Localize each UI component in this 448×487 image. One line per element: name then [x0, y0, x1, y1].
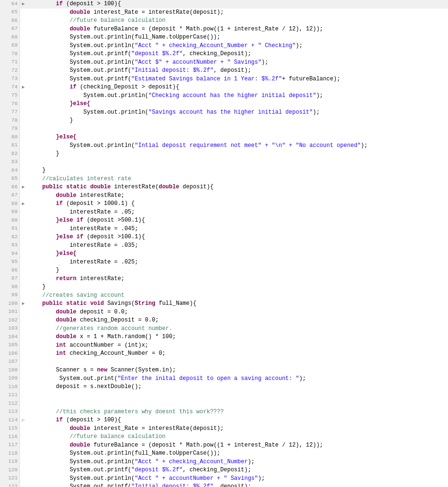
line-number: 86: [11, 184, 18, 191]
code-line: 83: [0, 158, 448, 167]
line-gutter: 86: [0, 183, 20, 192]
code-line: 65 double interest_Rate = interestRate(d…: [0, 9, 448, 17]
token-plain: checking_Account_Number = 0;: [66, 350, 166, 357]
token-plain: Scanner(System.in);: [107, 367, 176, 373]
line-number: 75: [11, 92, 18, 99]
line-gutter: 70: [0, 50, 20, 58]
code-line: 101 double deposit = 0.0;: [0, 308, 448, 317]
token-plain: (deposit > 1000.1) {: [63, 200, 135, 207]
line-gutter: 115: [0, 425, 20, 433]
line-gutter: 96: [0, 266, 20, 275]
fold-icon[interactable]: ▶: [20, 83, 27, 92]
line-content: System.out.println("Acct " + checking_Ac…: [27, 458, 448, 467]
token-plain: System.out.println(: [83, 92, 148, 99]
line-content: double interest_Rate = interestRate(depo…: [27, 9, 448, 17]
token-plain: accountNumber = (int)x;: [66, 342, 148, 349]
token-plain: System.out.println(: [69, 475, 135, 482]
fold-icon: [20, 325, 27, 333]
code-line: 118 System.out.println(full_Name.toUpper…: [0, 449, 448, 458]
line-gutter: 83: [0, 158, 20, 167]
fold-icon[interactable]: ▶: [20, 200, 27, 208]
fold-icon: [20, 433, 27, 441]
line-gutter: 122: [0, 483, 20, 487]
line-gutter: 107: [0, 358, 20, 367]
line-number: 74: [11, 84, 18, 91]
line-gutter: 67: [0, 25, 20, 34]
token-plain: }: [42, 167, 46, 174]
code-line: 82 }: [0, 150, 448, 158]
token-type: double: [56, 317, 77, 323]
token-kw: }else{: [69, 100, 90, 107]
line-number: 81: [11, 142, 18, 149]
token-kw: new: [97, 367, 107, 373]
line-gutter: 95: [0, 258, 20, 267]
token-comment: //creates saving account: [42, 292, 125, 299]
token-string: "Checking account has the higher initial…: [148, 92, 316, 99]
code-line: 64▶ if (deposit > 100){: [0, 0, 448, 9]
token-kw: }else if: [56, 217, 84, 224]
token-plain: System.out.println(: [69, 458, 135, 465]
line-number: 101: [8, 308, 18, 316]
line-gutter: 111: [0, 391, 20, 400]
token-plain: futureBalance = (deposit * Math.pow((1 +…: [90, 442, 323, 448]
line-number: 102: [8, 317, 18, 324]
line-content: //future balance calculation: [27, 17, 448, 25]
token-string: "Estimated Savings balance in 1 Year: $%…: [131, 76, 282, 82]
token-type: double: [56, 333, 77, 340]
token-plain: );: [361, 142, 368, 149]
line-gutter: 120: [0, 466, 20, 475]
fold-icon: [20, 58, 27, 67]
token-plain: interestRate = .025;: [69, 259, 138, 265]
token-type: void: [90, 300, 104, 307]
token-kw: static: [66, 184, 87, 190]
fold-icon: [20, 441, 27, 450]
line-number: 88: [11, 200, 18, 208]
token-plain: interestRate = .05;: [69, 209, 135, 215]
token-kw: }else{: [56, 250, 77, 257]
line-content: System.out.printf("Initial deposit: $%.2…: [27, 67, 448, 75]
token-kw: public: [42, 184, 63, 190]
fold-icon[interactable]: ▶: [20, 0, 27, 9]
line-number: 83: [11, 158, 18, 166]
token-type: double: [159, 184, 179, 190]
code-line: 117 double futureBalance = (deposit * Ma…: [0, 441, 448, 450]
code-line: 104 double x = 1 + Math.random() * 100;: [0, 333, 448, 341]
code-line: 109 System.out.print("Enter the inital d…: [0, 375, 448, 383]
line-content: System.out.println("Savings account has …: [27, 108, 448, 117]
code-line: 103 //generates random account number.: [0, 325, 448, 333]
code-line: 67 double futureBalance = (deposit * Mat…: [0, 25, 448, 34]
line-content: interestRate = .05;: [27, 208, 448, 217]
fold-icon: [20, 117, 27, 125]
line-number: 79: [11, 125, 18, 133]
token-type: int: [56, 350, 67, 357]
line-content: double futureBalance = (deposit * Math.p…: [27, 25, 448, 34]
token-comment: //this checks parameters why doesnt this…: [56, 409, 224, 415]
token-plain: (deposit > 100){: [63, 0, 121, 7]
line-content: //generates random account number.: [27, 325, 448, 333]
line-number: 71: [11, 58, 18, 66]
token-plain: futureBalance = (deposit * Math.pow((1 +…: [90, 26, 323, 32]
line-number: 82: [11, 150, 18, 158]
fold-icon: [20, 192, 27, 200]
line-number: 112: [8, 400, 18, 408]
line-content: System.out.println("Checking account has…: [27, 92, 448, 100]
token-plain: );: [299, 375, 306, 382]
code-line: 92 }else if (deposit >100.1){: [0, 233, 448, 242]
line-content: }else{: [27, 100, 448, 108]
line-gutter: 93: [0, 242, 20, 250]
fold-icon[interactable]: ▷: [20, 416, 27, 425]
line-number: 90: [11, 217, 18, 224]
token-string: "Acct " + checking_Account_Number + " Ch…: [135, 42, 295, 49]
line-gutter: 81: [0, 142, 20, 150]
fold-icon[interactable]: ▶: [20, 300, 27, 308]
code-line: 122 System.out.printf("Initial deposit: …: [0, 483, 448, 487]
token-plain: );: [262, 59, 268, 66]
line-content: }else{: [27, 133, 448, 142]
line-gutter: 98: [0, 283, 20, 292]
token-plain: }: [56, 267, 59, 273]
line-gutter: 88: [0, 200, 20, 208]
token-plain: System.out.println(: [83, 109, 148, 116]
fold-icon[interactable]: ▶: [20, 183, 27, 192]
line-gutter: 99: [0, 292, 20, 300]
line-number: 98: [11, 283, 18, 291]
